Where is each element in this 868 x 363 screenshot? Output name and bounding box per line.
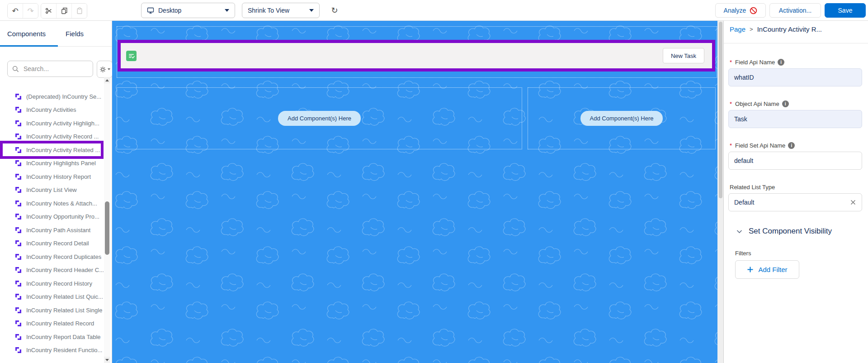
device-mode-value: Desktop — [158, 7, 181, 14]
sidebar-item[interactable]: InCountry Resident Functio... — [0, 344, 104, 357]
set-component-visibility-section[interactable]: Set Component Visibility — [736, 227, 832, 236]
breadcrumb-separator: > — [750, 26, 753, 33]
component-icon — [15, 307, 22, 314]
related-list-type-combobox[interactable]: Default — [728, 193, 862, 211]
sidebar-item[interactable]: InCountry Related List Single — [0, 303, 104, 317]
components-sidebar: Components Fields (Deprecated) InCountry… — [0, 21, 112, 363]
canvas-scrollbar[interactable] — [717, 21, 723, 363]
object-api-name-label: * Object Api Name i — [730, 100, 789, 107]
related-list-type-label: Related List Type — [730, 184, 775, 191]
sidebar-item[interactable]: InCountry Record Duplicates — [0, 250, 104, 263]
object-api-name-input[interactable]: Task — [728, 110, 862, 128]
sidebar-item[interactable]: InCountry Opportunity Pro... — [0, 210, 104, 224]
sidebar-item-label: InCountry Activity Highligh... — [26, 120, 99, 127]
breadcrumb-page-link[interactable]: Page — [730, 25, 745, 33]
sidebar-scrollbar[interactable] — [104, 77, 110, 363]
sidebar-item[interactable]: (Deprecated) InCountry Se... — [0, 90, 104, 103]
redo-button[interactable]: ↷ — [23, 4, 38, 18]
scissors-icon — [45, 7, 52, 14]
dropzone-left[interactable]: Add Component(s) Here — [117, 87, 522, 149]
sidebar-item[interactable]: InCountry Notes & Attach... — [0, 196, 104, 210]
sidebar-item[interactable]: InCountry History Report — [0, 170, 104, 183]
component-icon — [15, 213, 22, 220]
copy-icon — [61, 7, 68, 14]
sidebar-item-label: InCountry Report Data Table — [26, 334, 101, 340]
canvas-zoom-select[interactable]: Shrink To View — [242, 3, 320, 18]
component-icon — [15, 293, 22, 300]
sidebar-item[interactable]: InCountry Record Detail — [0, 237, 104, 250]
component-icon — [15, 120, 22, 127]
clear-selection-icon[interactable] — [850, 199, 856, 205]
triangle-down-icon — [105, 359, 109, 361]
paste-button[interactable] — [72, 4, 87, 18]
sidebar-item[interactable]: InCountry Activity Highligh... — [0, 116, 104, 130]
sidebar-item[interactable]: InCountry List View — [0, 183, 104, 197]
redo-icon: ↷ — [27, 6, 33, 16]
sidebar-item-label: InCountry Record History — [26, 280, 92, 287]
info-icon[interactable]: i — [778, 59, 784, 66]
triangle-up-icon — [105, 79, 109, 81]
sidebar-item[interactable]: InCountry Record History — [0, 277, 104, 290]
scrollbar-thumb[interactable] — [105, 201, 109, 255]
add-component-pill: Add Component(s) Here — [580, 111, 663, 126]
sidebar-item-label: InCountry Opportunity Pro... — [26, 213, 99, 220]
refresh-button[interactable]: ↻ — [327, 3, 342, 18]
component-icon — [15, 240, 22, 247]
scroll-down-button[interactable] — [104, 357, 110, 363]
sidebar-item-label: InCountry Related List Single — [26, 307, 102, 314]
device-mode-select[interactable]: Desktop — [141, 3, 235, 18]
component-icon — [15, 106, 22, 113]
filters-label: Filters — [735, 250, 751, 257]
activation-button[interactable]: Activation... — [769, 3, 821, 18]
sidebar-item[interactable]: InCountry Activities — [0, 103, 104, 117]
component-icon — [15, 147, 22, 153]
sidebar-item-selected[interactable]: InCountry Activity Related ... — [0, 141, 104, 159]
sidebar-item[interactable]: InCountry Report Data Table — [0, 330, 104, 344]
sidebar-item-label: InCountry Path Assistant — [26, 227, 90, 234]
sidebar-item[interactable]: InCountry Record Header C... — [0, 263, 104, 277]
undo-icon: ↶ — [12, 6, 18, 16]
save-button[interactable]: Save — [825, 3, 866, 18]
clipboard-group — [41, 3, 87, 19]
dropzone-right[interactable]: Add Component(s) Here — [528, 87, 716, 149]
required-asterisk: * — [730, 100, 732, 107]
sidebar-item[interactable]: InCountry Path Assistant — [0, 223, 104, 237]
field-set-api-name-input[interactable]: default — [728, 152, 862, 170]
component-icon — [15, 93, 22, 100]
sidebar-item-label: InCountry Related Record — [26, 320, 94, 327]
copy-button[interactable] — [57, 4, 72, 18]
sidebar-item-label: InCountry Activity Record ... — [26, 133, 99, 140]
field-api-name-input[interactable]: whatID — [728, 68, 862, 86]
component-icon — [15, 173, 22, 180]
selected-canvas-component[interactable]: New Task — [118, 40, 715, 72]
sidebar-item-label: InCountry History Report — [26, 173, 91, 180]
component-icon — [15, 186, 22, 193]
cut-button[interactable] — [41, 4, 57, 18]
sidebar-item-label: InCountry Notes & Attach... — [26, 200, 97, 207]
add-filter-button[interactable]: Add Filter — [735, 260, 799, 279]
sidebar-item-label: InCountry Related List Quic... — [26, 293, 103, 300]
lightning-app-builder: ↶ ↷ — [0, 0, 868, 363]
sidebar-item[interactable]: InCountry Related List Quic... — [0, 290, 104, 304]
field-set-api-name-label: * Field Set Api Name i — [730, 142, 795, 149]
component-icon — [15, 267, 22, 273]
sidebar-item-label: InCountry Activities — [26, 106, 76, 113]
info-icon[interactable]: i — [788, 142, 795, 149]
refresh-icon: ↻ — [331, 5, 338, 15]
paste-icon — [76, 7, 83, 14]
scroll-up-button[interactable] — [104, 77, 110, 83]
sidebar-item-label: InCountry Activity Related ... — [26, 147, 100, 153]
analyze-button[interactable]: Analyze — [715, 3, 766, 18]
chevron-down-icon — [736, 228, 743, 235]
info-icon[interactable]: i — [782, 100, 789, 107]
undo-redo-group: ↶ ↷ — [7, 3, 38, 19]
undo-button[interactable]: ↶ — [8, 4, 23, 18]
add-component-pill: Add Component(s) Here — [278, 111, 361, 126]
new-task-button[interactable]: New Task — [663, 48, 704, 63]
component-list: (Deprecated) InCountry Se...InCountry Ac… — [0, 21, 112, 363]
sidebar-item-label: InCountry Record Duplicates — [26, 253, 101, 260]
sidebar-item[interactable]: InCountry Related Record — [0, 317, 104, 330]
canvas-scrollbar-thumb[interactable] — [719, 22, 722, 198]
sidebar-item-label: InCountry Highlights Panel — [26, 160, 96, 167]
field-api-name-label: * Field Api Name i — [730, 59, 784, 66]
